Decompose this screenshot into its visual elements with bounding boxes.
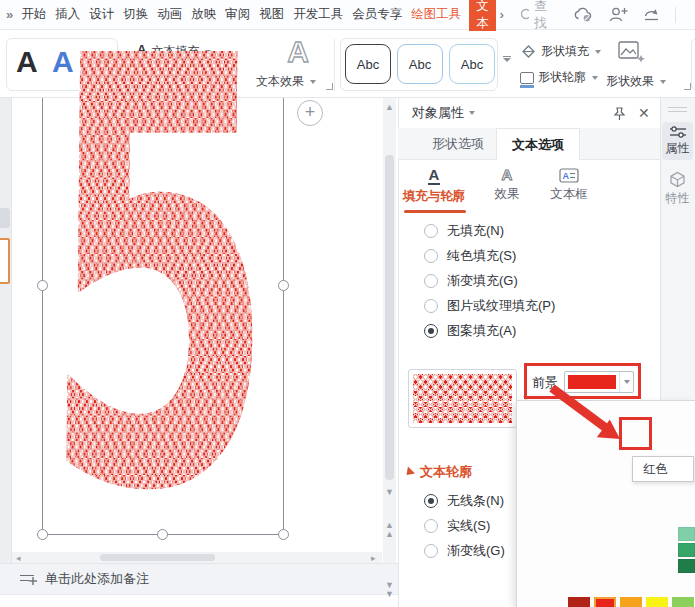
subtab-text-box[interactable]: A 文本框 [536, 166, 602, 203]
shape-fill-label: 形状填充 [541, 43, 589, 60]
slide-thumbnail[interactable] [0, 208, 10, 228]
outline-option-radio[interactable]: 实线(S) [424, 517, 490, 535]
selection-border-right[interactable] [283, 98, 284, 535]
menu-overflow-icon[interactable]: › [500, 8, 504, 22]
shape-style-3[interactable]: Abc [449, 44, 495, 84]
shape-style-1[interactable]: Abc [345, 44, 391, 84]
resize-handle-right[interactable] [278, 280, 289, 291]
standard-color-swatch[interactable] [594, 597, 616, 607]
radio-icon [424, 544, 438, 558]
menu-item[interactable]: 会员专享 [352, 6, 402, 23]
wordart-style-black[interactable]: A [16, 47, 38, 77]
theme-tint-swatch[interactable] [678, 527, 695, 541]
add-user-icon[interactable] [609, 6, 628, 23]
subtab-active-underline [404, 210, 466, 213]
standard-color-swatch[interactable] [568, 597, 590, 607]
standard-color-swatch[interactable] [672, 597, 694, 607]
chevron-down-icon [310, 80, 316, 84]
resize-handle-left[interactable] [37, 280, 48, 291]
outline-option-radio[interactable]: 渐变线(G) [424, 542, 505, 560]
subtab-fill-outline[interactable]: A 填充与轮廓 [401, 166, 467, 205]
chevron-down-icon [595, 50, 601, 54]
menu-item[interactable]: 开发工具 [293, 6, 343, 23]
radio-icon [424, 494, 438, 508]
shape-more-styles-icon[interactable] [502, 56, 511, 62]
standard-color-swatch[interactable] [620, 597, 642, 607]
scroll-left-icon[interactable]: ◂ [16, 554, 21, 563]
shape-effects-button[interactable] [616, 39, 646, 65]
collapse-ribbon-icon[interactable]: » [6, 7, 13, 22]
scroll-right-icon[interactable]: ▸ [371, 554, 376, 563]
effects-icon: A [502, 166, 513, 183]
next-group-edge [691, 38, 695, 91]
pattern-preview-dropdown[interactable] [408, 369, 517, 428]
vertical-scrollbar-thumb[interactable] [385, 155, 394, 480]
sliders-icon [669, 126, 687, 138]
shape-fill-icon [520, 44, 537, 59]
menu-item[interactable]: 开始 [21, 6, 46, 23]
selected-text-box[interactable]: 5 [42, 98, 283, 535]
shape-effects-icon [616, 39, 646, 65]
more-options-icon[interactable]: ⋮ [690, 7, 695, 22]
resize-handle-bottom-left[interactable] [37, 529, 48, 540]
menu-item[interactable]: 绘图工具 [411, 6, 461, 23]
shape-style-2[interactable]: Abc [397, 44, 443, 84]
selected-slide-thumbnail[interactable] [0, 238, 10, 284]
add-placeholder-button[interactable]: + [297, 100, 323, 126]
chevron-down-icon [469, 111, 475, 115]
shape-outline-label: 形状轮廓 [538, 69, 586, 86]
shape-outline-button[interactable]: 形状轮廓 [520, 69, 598, 86]
side-tab-features[interactable]: 特性 [662, 170, 693, 208]
chevron-down-icon [592, 76, 598, 80]
standard-color-swatch[interactable] [646, 597, 668, 607]
close-panel-icon[interactable]: ✕ [638, 105, 650, 121]
cube-icon [669, 171, 686, 188]
pattern-filled-digit[interactable]: 5 [40, 0, 280, 535]
radio-icon [424, 224, 438, 238]
panel-drag-handle[interactable] [668, 107, 687, 115]
shape-fill-button[interactable]: 形状填充 [520, 43, 601, 60]
next-slide-icon[interactable]: ▼▼ [385, 581, 393, 599]
fill-option-radio[interactable]: 渐变填充(G) [424, 272, 518, 290]
selection-border-left[interactable] [42, 98, 43, 535]
pin-panel-icon[interactable] [612, 106, 627, 121]
cloud-sync-icon[interactable] [573, 6, 595, 23]
outline-option-radio[interactable]: 无线条(N) [424, 492, 504, 510]
titlebar-divider [675, 7, 676, 23]
search-placeholder: 查找 [534, 0, 551, 32]
horizontal-scrollbar-thumb[interactable] [100, 554, 215, 561]
search-box[interactable]: 查找 [520, 0, 552, 32]
fill-option-radio[interactable]: 图案填充(A) [424, 322, 516, 340]
resize-handle-bottom-right[interactable] [278, 529, 289, 540]
search-icon [520, 8, 530, 22]
scroll-down-icon[interactable]: ▼ [385, 488, 394, 497]
pattern-preview-swatch [413, 374, 512, 423]
previous-slide-icon[interactable]: ▲▲ [385, 521, 393, 539]
fill-option-radio[interactable]: 纯色填充(S) [424, 247, 516, 265]
notes-bar[interactable]: 单击此处添加备注 [0, 563, 398, 594]
tab-shape-options[interactable]: 形状选项 [420, 128, 496, 160]
side-tab-properties[interactable]: 属性 [662, 122, 693, 160]
text-outline-section-header[interactable]: 文本轮廓 [404, 463, 472, 481]
resize-handle-bottom-center[interactable] [157, 529, 168, 540]
slide-thumbnail-panel-edge[interactable] [0, 98, 12, 563]
annotation-arrow [512, 362, 691, 482]
scroll-up-icon[interactable]: ▲ [385, 103, 394, 112]
radio-icon [424, 274, 438, 288]
fill-option-radio[interactable]: 图片或纹理填充(P) [424, 297, 555, 315]
dialog-launcher-icon[interactable] [684, 83, 691, 90]
dialog-launcher-icon[interactable] [326, 83, 333, 90]
green-tint-column [678, 527, 695, 573]
group-divider [334, 39, 335, 91]
collapse-triangle-icon [403, 466, 415, 478]
panel-title[interactable]: 对象属性 [412, 104, 464, 122]
shape-effects-label-row[interactable]: 形状效果 [606, 73, 666, 90]
theme-tint-swatch[interactable] [678, 543, 695, 557]
share-icon[interactable] [642, 6, 661, 23]
subtab-effects[interactable]: A 效果 [478, 166, 536, 203]
text-tool-tab[interactable]: 文本 [469, 0, 496, 35]
tab-text-options[interactable]: 文本选项 [496, 128, 580, 160]
theme-tint-swatch[interactable] [678, 559, 695, 573]
fill-option-radio[interactable]: 无填充(N) [424, 222, 504, 240]
shape-outline-icon [520, 72, 534, 84]
